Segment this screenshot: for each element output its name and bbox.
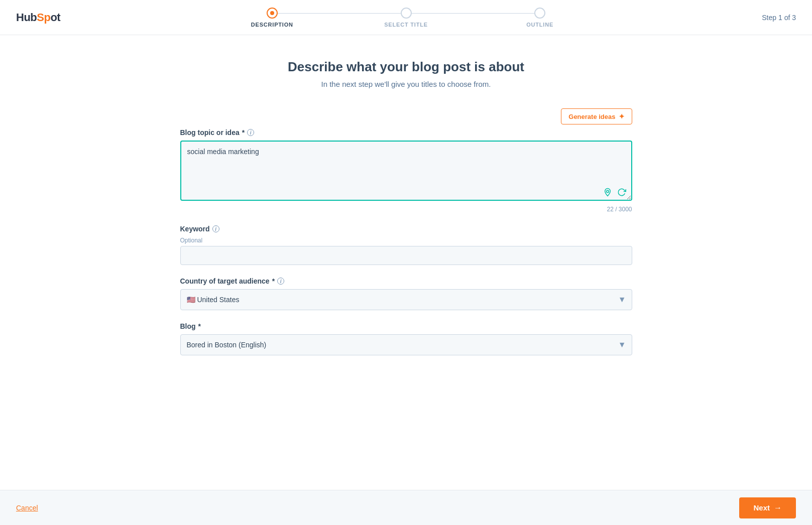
blog-topic-label-text: Blog topic or idea bbox=[180, 128, 240, 137]
generate-ideas-button[interactable]: Generate ideas ✦ bbox=[561, 108, 632, 124]
spark-icon: ✦ bbox=[619, 112, 625, 120]
keyword-label-text: Keyword bbox=[180, 225, 210, 233]
blog-topic-textarea-wrapper: social media marketing bbox=[180, 141, 632, 203]
country-label: Country of target audience * i bbox=[180, 277, 285, 285]
blog-label-row: Blog * bbox=[180, 322, 632, 332]
blog-label-text: Blog bbox=[180, 322, 196, 330]
keyword-label: Keyword i bbox=[180, 225, 219, 233]
country-info-icon[interactable]: i bbox=[277, 278, 284, 285]
blog-topic-label-row: Blog topic or idea * i bbox=[180, 128, 632, 139]
generate-label: Generate ideas bbox=[568, 113, 615, 120]
pin-icon[interactable] bbox=[602, 187, 613, 198]
next-button[interactable]: Next → bbox=[739, 497, 796, 518]
svg-point-0 bbox=[606, 190, 609, 193]
blog-topic-label: Blog topic or idea * i bbox=[180, 128, 255, 137]
next-arrow-icon: → bbox=[774, 503, 782, 512]
textarea-icons bbox=[602, 187, 627, 198]
step-1-circle bbox=[267, 8, 278, 19]
form-container: Generate ideas ✦ Blog topic or idea * i … bbox=[180, 108, 632, 367]
country-required: * bbox=[272, 277, 275, 285]
logo-sp: Sp bbox=[37, 11, 50, 24]
step-outline: OUTLINE bbox=[473, 8, 607, 28]
footer: Cancel Next → bbox=[0, 490, 812, 525]
header: HubSpot DESCRIPTION SELECT TITLE bbox=[0, 0, 812, 35]
char-count: 22 / 3000 bbox=[180, 206, 632, 213]
refresh-icon[interactable] bbox=[616, 187, 627, 198]
blog-topic-section: Blog topic or idea * i social media mark… bbox=[180, 128, 632, 213]
step-select-title: SELECT TITLE bbox=[339, 8, 473, 28]
blog-section: Blog * Bored in Boston (English) Other B… bbox=[180, 322, 632, 355]
blog-topic-info-icon[interactable]: i bbox=[247, 129, 254, 136]
cancel-button[interactable]: Cancel bbox=[16, 504, 38, 512]
country-select[interactable]: 🇺🇸 United States 🇬🇧 United Kingdom 🇨🇦 Ca… bbox=[180, 289, 632, 310]
logo-ot: ot bbox=[50, 11, 60, 24]
step-3-circle bbox=[534, 8, 545, 19]
next-label: Next bbox=[753, 503, 770, 512]
keyword-info-icon[interactable]: i bbox=[212, 225, 219, 232]
page-title: Describe what your blog post is about bbox=[288, 59, 524, 75]
blog-topic-textarea[interactable]: social media marketing bbox=[180, 141, 632, 201]
country-section: Country of target audience * i 🇺🇸 United… bbox=[180, 277, 632, 310]
page-subtitle: In the next step we'll give you titles t… bbox=[321, 80, 491, 88]
blog-select-wrapper: Bored in Boston (English) Other Blog ▼ bbox=[180, 334, 632, 355]
blog-topic-required: * bbox=[242, 128, 245, 137]
country-label-row: Country of target audience * i bbox=[180, 277, 632, 287]
keyword-input[interactable] bbox=[180, 246, 632, 265]
step-1-label: DESCRIPTION bbox=[251, 22, 293, 28]
generate-btn-row: Generate ideas ✦ bbox=[180, 108, 632, 124]
progress-stepper: DESCRIPTION SELECT TITLE OUTLINE bbox=[205, 8, 607, 28]
main-content: Describe what your blog post is about In… bbox=[0, 35, 812, 367]
step-2-circle bbox=[401, 8, 412, 19]
step-description: DESCRIPTION bbox=[205, 8, 339, 28]
blog-required: * bbox=[198, 322, 201, 330]
logo-hub: Hub bbox=[16, 11, 37, 24]
country-label-text: Country of target audience bbox=[180, 277, 270, 285]
keyword-section: Keyword i Optional bbox=[180, 225, 632, 265]
logo: HubSpot bbox=[16, 11, 60, 24]
blog-label: Blog * bbox=[180, 322, 201, 330]
keyword-label-row: Keyword i bbox=[180, 225, 632, 235]
logo-text: HubSpot bbox=[16, 11, 60, 24]
step-2-label: SELECT TITLE bbox=[384, 22, 428, 28]
keyword-optional-text: Optional bbox=[180, 237, 632, 244]
step-of-label: Step 1 of 3 bbox=[762, 14, 796, 22]
blog-select[interactable]: Bored in Boston (English) Other Blog bbox=[180, 334, 632, 355]
step-3-label: OUTLINE bbox=[526, 22, 553, 28]
country-select-wrapper: 🇺🇸 United States 🇬🇧 United Kingdom 🇨🇦 Ca… bbox=[180, 289, 632, 310]
